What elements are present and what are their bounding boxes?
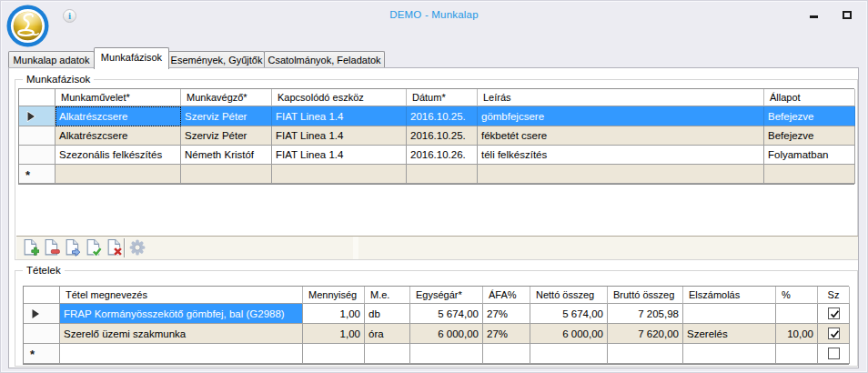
- add-record-button[interactable]: [22, 239, 39, 257]
- column-header[interactable]: Állapot: [764, 89, 855, 106]
- row-header[interactable]: [24, 324, 60, 344]
- cell[interactable]: óra: [365, 324, 410, 344]
- cell[interactable]: Befejezve: [764, 126, 855, 146]
- cell[interactable]: Szezonális felkészítés: [56, 146, 181, 165]
- cell[interactable]: fékbetét csere: [478, 126, 764, 146]
- table-row[interactable]: Szezonális felkészítésNémeth KristófFIAT…: [19, 146, 853, 165]
- table-row[interactable]: AlkatrészcsereSzerviz PéterFIAT Linea 1.…: [19, 106, 853, 126]
- column-header[interactable]: Mennyiség: [303, 287, 365, 304]
- row-header[interactable]: [19, 106, 56, 126]
- cell[interactable]: FIAT Linea 1.4: [272, 146, 407, 165]
- cell[interactable]: téli felkészítés: [478, 146, 764, 165]
- tab-esemenyek-gyujtok[interactable]: Események, Gyűjtők: [168, 51, 265, 68]
- table-row[interactable]: Szerelő üzemi szakmunka1,00óra6 000,0027…: [24, 324, 848, 344]
- table-row[interactable]: AlkatrészcsereSzerviz PéterFIAT Linea 1.…: [19, 126, 853, 146]
- column-header[interactable]: Dátum*: [407, 89, 478, 106]
- cell[interactable]: 1,00: [303, 324, 365, 344]
- row-header[interactable]: *: [24, 344, 60, 364]
- tab-csatolmanyok-feladatok[interactable]: Csatolmányok, Feladatok: [264, 51, 385, 68]
- tab-munkalap-adatok[interactable]: Munkalap adatok: [8, 51, 95, 68]
- cell[interactable]: 10,00: [776, 324, 818, 344]
- cell[interactable]: 27%: [483, 324, 530, 344]
- cell[interactable]: 5 674,00: [530, 304, 608, 324]
- cell[interactable]: [407, 165, 478, 184]
- cell[interactable]: [478, 165, 764, 184]
- row-header[interactable]: *: [19, 165, 56, 184]
- cell[interactable]: [410, 344, 483, 364]
- tab-munkafazisok[interactable]: Munkafázisok: [94, 47, 169, 69]
- cell[interactable]: Alkatrészcsere: [56, 106, 181, 126]
- cell[interactable]: FIAT Linea 1.4: [272, 106, 407, 126]
- cell[interactable]: [683, 304, 776, 324]
- cell[interactable]: [530, 344, 608, 364]
- cell[interactable]: FRAP Kormányösszekötő gömbfej, bal (G298…: [60, 304, 303, 324]
- cell[interactable]: [60, 344, 303, 364]
- cell[interactable]: gömbfejcsere: [478, 106, 764, 126]
- column-header[interactable]: Bruttó összeg: [608, 287, 683, 304]
- cell[interactable]: 2016.10.25.: [407, 126, 478, 146]
- cell[interactable]: 7 620,00: [608, 324, 683, 344]
- page-cross-icon: [106, 244, 123, 259]
- column-header[interactable]: Sz: [818, 287, 850, 304]
- cell[interactable]: db: [365, 304, 410, 324]
- forward-record-button[interactable]: [64, 239, 81, 257]
- cell[interactable]: Befejezve: [764, 106, 855, 126]
- cell[interactable]: [272, 165, 407, 184]
- cell[interactable]: [818, 304, 850, 324]
- minimize-button[interactable]: [804, 8, 824, 25]
- checkbox[interactable]: [828, 328, 840, 339]
- cell[interactable]: 6 000,00: [530, 324, 608, 344]
- column-header[interactable]: Tétel megnevezés: [60, 287, 303, 304]
- cell[interactable]: [181, 165, 272, 184]
- table-row[interactable]: FRAP Kormányösszekötő gömbfej, bal (G298…: [24, 304, 848, 324]
- cell[interactable]: [818, 324, 850, 344]
- cell[interactable]: [483, 344, 530, 364]
- cell[interactable]: 2016.10.25.: [407, 106, 478, 126]
- cell[interactable]: Alkatrészcsere: [56, 126, 181, 146]
- cell[interactable]: [776, 304, 818, 324]
- cell[interactable]: [818, 344, 850, 364]
- accept-record-button[interactable]: [85, 239, 102, 257]
- cell[interactable]: Szerelő üzemi szakmunka: [60, 324, 303, 344]
- cell[interactable]: [608, 344, 683, 364]
- column-header[interactable]: Munkaművelet*: [56, 89, 181, 106]
- table-row[interactable]: *: [24, 344, 848, 364]
- cell[interactable]: 1,00: [303, 304, 365, 324]
- table-row[interactable]: *: [19, 165, 853, 184]
- column-header[interactable]: %: [776, 287, 818, 304]
- checkbox[interactable]: [828, 348, 840, 359]
- settings-button[interactable]: [129, 239, 146, 257]
- column-header[interactable]: ÁFA%: [483, 287, 530, 304]
- column-header[interactable]: Kapcsolódó eszköz: [272, 89, 407, 106]
- cell[interactable]: 6 000,00: [410, 324, 483, 344]
- cancel-record-button[interactable]: [106, 239, 123, 257]
- cell[interactable]: Németh Kristóf: [181, 146, 272, 165]
- maximize-button[interactable]: [837, 8, 857, 25]
- cell[interactable]: [303, 344, 365, 364]
- column-header[interactable]: Egységár*: [410, 287, 483, 304]
- cell[interactable]: [365, 344, 410, 364]
- cell[interactable]: Szerelés: [683, 324, 776, 344]
- cell[interactable]: Szerviz Péter: [181, 106, 272, 126]
- column-header[interactable]: Leírás: [478, 89, 764, 106]
- row-header[interactable]: [19, 126, 56, 146]
- cell[interactable]: [764, 165, 855, 184]
- column-header[interactable]: Nettó összeg: [530, 287, 608, 304]
- cell[interactable]: 7 205,98: [608, 304, 683, 324]
- cell[interactable]: 27%: [483, 304, 530, 324]
- delete-record-button[interactable]: [43, 239, 60, 257]
- cell[interactable]: Folyamatban: [764, 146, 855, 165]
- cell[interactable]: 2016.10.26.: [407, 146, 478, 165]
- cell[interactable]: [56, 165, 181, 184]
- column-header[interactable]: M.e.: [365, 287, 410, 304]
- checkbox[interactable]: [828, 307, 840, 319]
- cell[interactable]: FIAT Linea 1.4: [272, 126, 407, 146]
- cell[interactable]: Szerviz Péter: [181, 126, 272, 146]
- cell[interactable]: [776, 344, 818, 364]
- cell[interactable]: 5 674,00: [410, 304, 483, 324]
- row-header[interactable]: [24, 304, 60, 324]
- row-header[interactable]: [19, 146, 56, 165]
- column-header[interactable]: Elszámolás: [683, 287, 776, 304]
- cell[interactable]: [683, 344, 776, 364]
- column-header[interactable]: Munkavégző*: [181, 89, 272, 106]
